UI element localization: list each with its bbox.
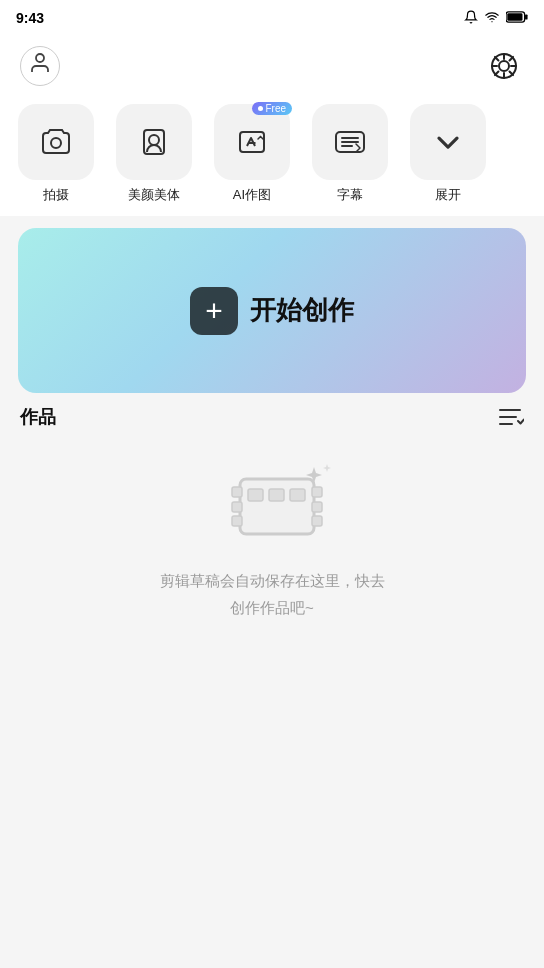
svg-line-13 [495, 72, 499, 76]
svg-rect-33 [269, 489, 284, 501]
tool-ai-art-icon-wrap: Free [214, 104, 290, 180]
works-header: 作品 [20, 405, 524, 429]
create-inner: + 开始创作 [190, 287, 354, 335]
empty-message-text: 剪辑草稿会自动保存在这里，快去创作作品吧~ [160, 572, 385, 616]
status-time: 9:43 [16, 10, 44, 26]
create-text: 开始创作 [250, 293, 354, 328]
tool-expand[interactable]: 展开 [402, 104, 494, 204]
svg-rect-32 [248, 489, 263, 501]
beauty-icon [136, 124, 172, 160]
status-icons [464, 10, 528, 27]
wifi-icon [484, 10, 500, 27]
svg-rect-27 [232, 502, 242, 512]
battery-icon [506, 10, 528, 26]
tool-camera-icon-wrap [18, 104, 94, 180]
tool-camera[interactable]: 拍摄 [10, 104, 102, 204]
settings-icon [490, 52, 518, 80]
svg-line-12 [510, 57, 514, 61]
user-icon [28, 51, 52, 81]
free-badge-label: Free [265, 103, 286, 114]
empty-message: 剪辑草稿会自动保存在这里，快去创作作品吧~ [160, 567, 385, 621]
svg-rect-1 [507, 13, 522, 21]
svg-rect-30 [312, 502, 322, 512]
avatar-button[interactable] [20, 46, 60, 86]
svg-point-14 [51, 138, 61, 148]
ai-art-icon [234, 124, 270, 160]
create-plus-icon: + [205, 296, 223, 326]
works-sort-button[interactable] [498, 406, 524, 428]
camera-icon [38, 124, 74, 160]
svg-rect-25 [240, 479, 314, 534]
svg-point-16 [149, 135, 159, 145]
film-icon [222, 459, 332, 554]
tool-beauty-label: 美颜美体 [128, 186, 180, 204]
empty-state: 剪辑草稿会自动保存在这里，快去创作作品吧~ [20, 459, 524, 621]
tool-ai-art[interactable]: Free AI作图 [206, 104, 298, 204]
svg-rect-28 [232, 516, 242, 526]
expand-icon [430, 124, 466, 160]
film-icon-wrap [222, 459, 322, 549]
status-bar: 9:43 [0, 0, 544, 36]
toolbar: 拍摄 美颜美体 Free AI作图 [0, 96, 544, 216]
tool-camera-label: 拍摄 [43, 186, 69, 204]
svg-point-5 [499, 61, 509, 71]
bottom-space [0, 621, 544, 701]
works-title: 作品 [20, 405, 56, 429]
svg-rect-2 [525, 14, 528, 19]
tool-beauty[interactable]: 美颜美体 [108, 104, 200, 204]
create-banner[interactable]: + 开始创作 [18, 228, 526, 393]
svg-line-10 [495, 57, 499, 61]
subtitle-icon [332, 124, 368, 160]
tool-expand-label: 展开 [435, 186, 461, 204]
tool-subtitle-icon-wrap [312, 104, 388, 180]
sort-icon [498, 406, 524, 428]
notification-icon [464, 10, 478, 27]
tool-expand-icon-wrap [410, 104, 486, 180]
tool-beauty-icon-wrap [116, 104, 192, 180]
settings-button[interactable] [484, 46, 524, 86]
svg-rect-29 [312, 487, 322, 497]
svg-rect-26 [232, 487, 242, 497]
svg-point-3 [36, 54, 44, 62]
works-section: 作品 [0, 405, 544, 621]
free-badge: Free [252, 102, 292, 115]
tool-ai-art-label: AI作图 [233, 186, 271, 204]
tool-subtitle[interactable]: 字幕 [304, 104, 396, 204]
header [0, 36, 544, 96]
tool-subtitle-label: 字幕 [337, 186, 363, 204]
svg-rect-31 [312, 516, 322, 526]
svg-rect-34 [290, 489, 305, 501]
create-plus-circle: + [190, 287, 238, 335]
svg-line-11 [510, 72, 514, 76]
